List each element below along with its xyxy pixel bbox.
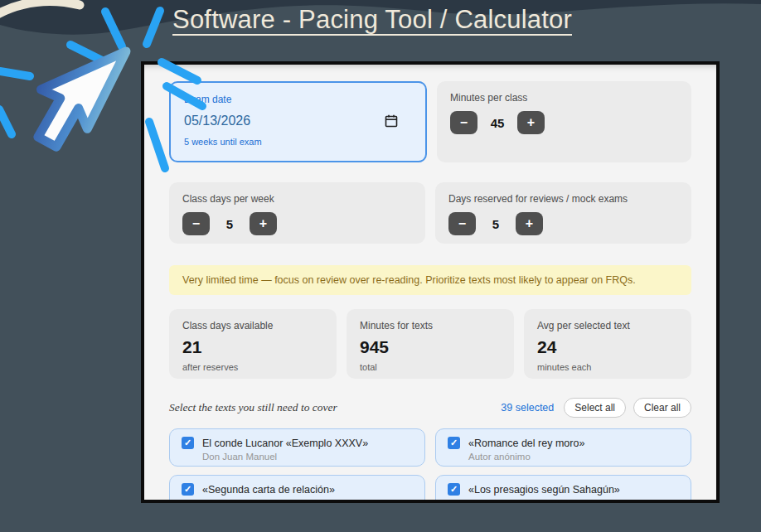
stat-class-days-available: Class days available 21 after reserves: [169, 309, 337, 379]
checkbox-checked-icon[interactable]: ✓: [448, 437, 460, 449]
calendar-icon[interactable]: [385, 114, 398, 128]
stat-label: Avg per selected text: [537, 320, 678, 331]
stat-sublabel: total: [360, 362, 501, 372]
text-item-el-conde-lucanor[interactable]: ✓ El conde Lucanor «Exemplo XXXV» Don Ju…: [169, 428, 425, 467]
exam-date-value: 05/13/2026: [184, 114, 250, 128]
text-item-segunda-carta[interactable]: ✓ «Segunda carta de relación» Hernán Cor…: [169, 475, 425, 503]
class-days-increment-button[interactable]: +: [250, 212, 277, 235]
stat-label: Minutes for texts: [360, 320, 501, 331]
stat-avg-per-text: Avg per selected text 24 minutes each: [524, 309, 691, 379]
text-title: «Los presagios según Sahagún»: [468, 484, 620, 496]
text-item-los-presagios[interactable]: ✓ «Los presagios según Sahagún» León-Por…: [435, 475, 691, 503]
exam-date-label: Exam date: [184, 94, 412, 105]
text-author: Hernán Cortés: [202, 498, 413, 503]
stat-sublabel: minutes each: [537, 362, 678, 372]
text-item-romance-del-rey-moro[interactable]: ✓ «Romance del rey moro» Autor anónimo: [435, 428, 691, 467]
select-texts-prompt: Select the texts you still need to cover: [169, 401, 337, 414]
minutes-per-class-label: Minutes per class: [450, 92, 678, 104]
class-days-value: 5: [222, 217, 237, 231]
exam-date-input[interactable]: 05/13/2026: [184, 114, 398, 128]
reserved-days-decrement-button[interactable]: −: [448, 212, 476, 235]
stat-minutes-for-texts: Minutes for texts 945 total: [347, 309, 514, 379]
select-all-button[interactable]: Select all: [564, 398, 626, 418]
reserved-days-card: Days reserved for reviews / mock exams −…: [435, 182, 691, 244]
clear-all-button[interactable]: Clear all: [633, 398, 691, 418]
class-days-stepper: − 5 +: [182, 212, 412, 235]
weeks-until-exam: 5 weeks until exam: [184, 137, 412, 147]
stat-label: Class days available: [182, 320, 323, 331]
time-warning-banner: Very limited time — focus on review over…: [169, 265, 691, 295]
reserved-days-label: Days reserved for reviews / mock exams: [448, 193, 678, 205]
minutes-per-class-card: Minutes per class − 45 +: [437, 81, 691, 162]
reserved-days-stepper: − 5 +: [448, 212, 678, 235]
reserved-days-increment-button[interactable]: +: [516, 212, 543, 235]
stat-value: 24: [537, 337, 678, 357]
text-title: «Segunda carta de relación»: [202, 484, 335, 496]
stat-sublabel: after reserves: [182, 362, 323, 372]
minutes-per-class-stepper: − 45 +: [450, 111, 678, 134]
stat-value: 945: [360, 337, 501, 357]
exam-date-card: Exam date 05/13/2026 5 weeks until exam: [169, 81, 427, 162]
class-days-decrement-button[interactable]: −: [182, 212, 210, 235]
selected-count: 39 selected: [501, 402, 554, 414]
class-days-label: Class days per week: [182, 193, 412, 205]
text-author: Don Juan Manuel: [202, 452, 413, 462]
checkbox-checked-icon[interactable]: ✓: [182, 437, 194, 449]
text-author: León-Portilla: [468, 498, 679, 503]
checkbox-checked-icon[interactable]: ✓: [448, 483, 460, 496]
text-title: El conde Lucanor «Exemplo XXXV»: [202, 438, 368, 449]
pacing-calculator-panel: Exam date 05/13/2026 5 weeks until exam …: [141, 61, 720, 503]
text-title: «Romance del rey moro»: [468, 438, 584, 449]
minutes-increment-button[interactable]: +: [517, 111, 545, 134]
reserved-days-value: 5: [488, 217, 503, 231]
class-days-card: Class days per week − 5 +: [169, 182, 425, 244]
page-title: Software - Pacing Tool / Calculator: [172, 5, 572, 35]
checkbox-checked-icon[interactable]: ✓: [182, 483, 194, 496]
cursor-arrow: [16, 28, 145, 157]
text-author: Autor anónimo: [468, 452, 679, 462]
minutes-per-class-value: 45: [490, 116, 505, 130]
stat-value: 21: [182, 337, 323, 357]
minutes-decrement-button[interactable]: −: [450, 111, 477, 134]
